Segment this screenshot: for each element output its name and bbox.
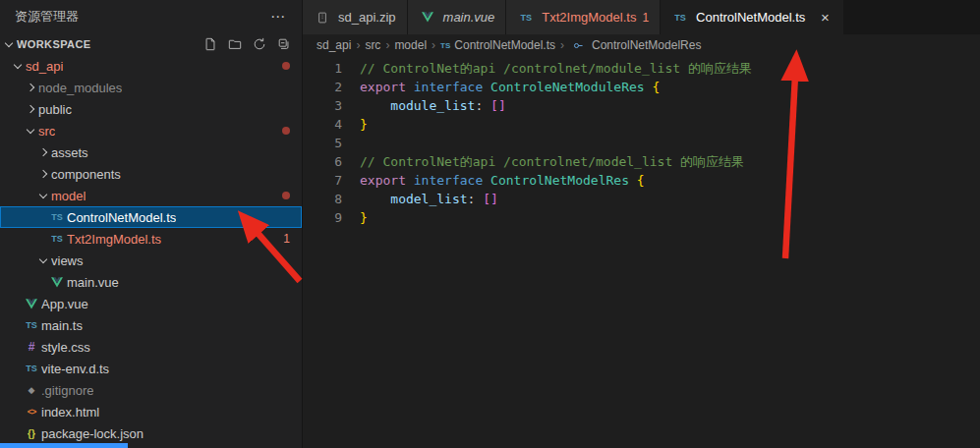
line-number[interactable]: 3 <box>303 96 350 115</box>
chevron-right-icon <box>39 170 47 178</box>
tree-item-assets[interactable]: assets <box>0 141 302 163</box>
line-number[interactable]: 8 <box>303 190 350 208</box>
line-number[interactable]: 7 <box>303 171 350 190</box>
breadcrumb-item-ControlNetModelRes[interactable]: ControlNetModelRes <box>569 38 701 52</box>
vue-icon <box>419 12 436 23</box>
tree-item-label: index.html <box>41 405 99 420</box>
tree-horizontal-scrollbar[interactable] <box>0 443 128 448</box>
breadcrumb-item-sd_api[interactable]: sd_api <box>317 38 351 52</box>
tree-item-App.vue[interactable]: App.vue <box>0 293 302 314</box>
code-line-3[interactable]: 3 module_list: [] <box>303 96 980 115</box>
vue-icon <box>48 277 66 288</box>
tree-item-main.ts[interactable]: TSmain.ts <box>0 314 302 336</box>
chevron-down-icon <box>27 126 34 134</box>
tree-item-package-lock.json[interactable]: {}package-lock.json <box>0 422 302 444</box>
tree-item-index.html[interactable]: <>index.html <box>0 401 302 422</box>
breadcrumb-separator-icon: › <box>560 38 564 52</box>
more-actions-icon[interactable]: ⋯ <box>270 8 286 26</box>
tree-item-label: sd_api <box>26 59 63 74</box>
json-icon: {} <box>23 428 40 439</box>
code-text: module_list: [] <box>350 96 506 115</box>
tree-item-label: assets <box>51 145 88 160</box>
zip-icon <box>314 12 331 24</box>
workspace-section[interactable]: WORKSPACE <box>0 33 302 55</box>
code-text: // ControlNet的api /controlnet/model_list… <box>350 152 744 171</box>
tree-item-label: App.vue <box>41 297 88 311</box>
code-text: } <box>350 115 368 134</box>
collapse-all-icon[interactable] <box>276 36 292 52</box>
tab-ControlNetModel.ts[interactable]: TSControlNetModel.ts× <box>661 0 843 34</box>
ts-icon: TS <box>48 212 66 222</box>
tree-item-main.vue[interactable]: main.vue <box>0 271 302 293</box>
line-number[interactable]: 9 <box>303 208 350 227</box>
breadcrumb-separator-icon: › <box>432 38 435 52</box>
explorer-sidebar: 资源管理器 ⋯ WORKSPACE sd_apinode_modulespubl… <box>0 0 303 448</box>
tree-item-vite-env.d.ts[interactable]: TSvite-env.d.ts <box>0 358 302 379</box>
code-text: export interface ControlNetModelRes { <box>350 171 645 190</box>
code-line-1[interactable]: 1// ControlNet的api /controlnet/module_li… <box>303 59 980 78</box>
code-editor[interactable]: 1// ControlNet的api /controlnet/module_li… <box>303 56 980 448</box>
tree-item-style.css[interactable]: #style.css <box>0 336 302 358</box>
tree-item-model[interactable]: model <box>0 185 302 206</box>
code-line-5[interactable]: 5 <box>303 134 980 152</box>
chevron-right-icon <box>39 148 47 156</box>
tree-item-label: Txt2ImgModel.ts <box>67 232 161 247</box>
line-number[interactable]: 5 <box>303 134 350 152</box>
line-number[interactable]: 6 <box>303 152 350 171</box>
tree-item-label: .gitignore <box>41 383 93 398</box>
tree-item-label: main.ts <box>41 318 83 333</box>
code-line-4[interactable]: 4} <box>303 115 980 134</box>
tree-item-node_modules[interactable]: node_modules <box>0 77 302 98</box>
tree-item-public[interactable]: public <box>0 98 302 120</box>
code-text: export interface ControleNetModuleRes { <box>350 78 660 96</box>
tab-main.vue[interactable]: main.vue <box>408 0 506 34</box>
new-folder-icon[interactable] <box>227 36 243 52</box>
tree-item-label: main.vue <box>67 275 119 290</box>
breadcrumb-item-ControlNetModel.ts[interactable]: TSControlNetModel.ts <box>440 38 555 52</box>
breadcrumb-label: ControlNetModel.ts <box>454 38 555 52</box>
tree-item-components[interactable]: components <box>0 163 302 185</box>
file-tree: sd_apinode_modulespublicsrcassetscompone… <box>0 55 302 448</box>
explorer-title: 资源管理器 <box>15 8 79 26</box>
tree-item-Txt2ImgModel.ts[interactable]: TSTxt2ImgModel.ts1 <box>0 228 302 250</box>
breadcrumb-item-model[interactable]: model <box>394 38 427 52</box>
editor-area: sd_api.zipmain.vueTSTxt2ImgModel.ts1TSCo… <box>303 0 980 448</box>
problem-dot-badge <box>282 192 290 199</box>
code-line-2[interactable]: 2export interface ControleNetModuleRes { <box>303 78 980 96</box>
breadcrumb-label: sd_api <box>317 38 351 52</box>
new-file-icon[interactable] <box>202 36 218 52</box>
tree-item-label: public <box>38 102 72 117</box>
tree-item-label: components <box>51 167 121 182</box>
line-number[interactable]: 1 <box>303 59 350 78</box>
close-tab-icon[interactable]: × <box>817 10 833 26</box>
refresh-icon[interactable] <box>252 36 267 52</box>
breadcrumb: sd_api›src›model›TSControlNetModel.ts›Co… <box>303 34 980 56</box>
code-text: } <box>350 208 368 227</box>
explorer-header: 资源管理器 ⋯ <box>0 0 302 33</box>
tab-Txt2ImgModel.ts[interactable]: TSTxt2ImgModel.ts1 <box>506 0 660 34</box>
ts-icon: TS <box>671 13 689 23</box>
tree-item-label: vite-env.d.ts <box>41 362 109 376</box>
ts-icon: TS <box>440 41 450 50</box>
code-line-9[interactable]: 9} <box>303 208 980 227</box>
interface-icon <box>569 39 587 52</box>
tree-item-src[interactable]: src <box>0 120 302 141</box>
breadcrumb-separator-icon: › <box>356 38 360 52</box>
code-text: // ControlNet的api /controlnet/module_lis… <box>350 59 752 78</box>
tree-item-label: model <box>51 189 86 203</box>
explorer-toolbar <box>202 36 292 52</box>
code-line-8[interactable]: 8 model_list: [] <box>303 190 980 208</box>
breadcrumb-item-src[interactable]: src <box>365 38 380 52</box>
code-line-7[interactable]: 7export interface ControlNetModelRes { <box>303 171 980 190</box>
tree-item-sd_api[interactable]: sd_api <box>0 55 302 77</box>
code-line-6[interactable]: 6// ControlNet的api /controlnet/model_lis… <box>303 152 980 171</box>
tree-item-.gitignore[interactable]: ◆.gitignore <box>0 379 302 401</box>
tab-sd_api.zip[interactable]: sd_api.zip <box>303 0 407 34</box>
tree-item-views[interactable]: views <box>0 250 302 271</box>
tree-item-label: package-lock.json <box>41 426 144 441</box>
line-number[interactable]: 2 <box>303 78 350 96</box>
line-number[interactable]: 4 <box>303 115 350 134</box>
problem-count-badge: 1 <box>283 232 290 246</box>
tree-item-ControlNetModel.ts[interactable]: TSControlNetModel.ts <box>0 206 302 228</box>
chevron-down-icon <box>14 61 22 69</box>
